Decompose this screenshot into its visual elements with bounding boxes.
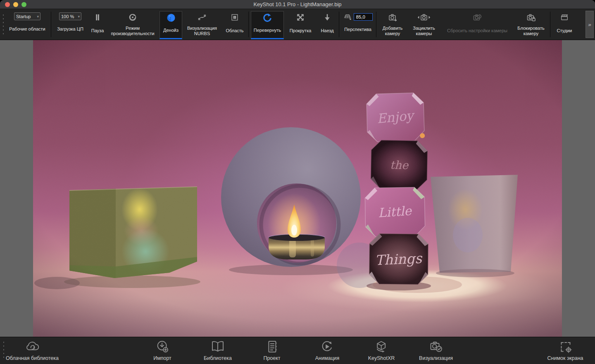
studios-label: Студии [557,24,572,39]
denoise-button[interactable]: Денойз [159,11,182,39]
flip-arc-icon [262,12,272,24]
import-circle-plus-icon [155,339,170,354]
lock-camera-label: Блокировать камеру [514,24,548,39]
toolbar-overflow-button[interactable] [585,11,594,38]
flip-label: Перевернуть [254,24,281,38]
cpu-usage-label: Загрузка ЦП [57,20,83,39]
cpu-usage-value: 100 % [61,14,74,19]
cpu-usage-dropdown[interactable]: 100 % [59,12,81,20]
screenshot-button[interactable]: Снимок экрана [547,339,583,361]
pan-label: Прокрутка [290,24,312,39]
perspective-group[interactable]: Перспектива [340,11,375,39]
performance-mode-button[interactable]: Режим производительности [107,11,159,39]
denoise-label: Денойз [163,24,178,38]
bottom-toolbar: Облачная библиотека Импорт Библиотек [0,337,595,364]
keyshot-window: KeyShot 10.1 Pro - LightManager.bip Star… [0,0,595,364]
toolbar-separator [51,12,51,37]
reset-camera-button[interactable]: Сбросить настройки камеры [440,11,514,39]
film-grain-overlay [33,40,562,337]
realtime-viewport: Enjoy the Little [0,40,595,337]
notepad-lines-icon [264,339,280,354]
camera-add-icon [388,11,397,24]
animation-label: Анимация [315,355,340,361]
denoise-icon [166,12,176,24]
camera-cycle-icon [417,11,431,24]
import-button[interactable]: Импорт [153,339,171,361]
region-button[interactable]: Область [222,11,248,39]
render-label: Визуализация [419,355,453,361]
bottom-toolbar-drag-handle-icon[interactable] [3,340,5,360]
render-button[interactable]: Визуализация [419,339,453,361]
pause-button[interactable]: Пауза [88,11,107,39]
workspace-dropdown[interactable]: Startup [14,12,40,20]
cpu-usage-group[interactable]: 100 % Загрузка ЦП [53,11,88,39]
keyshotxr-label: KeyShotXR [368,355,395,361]
frame-crosshair-icon [557,339,573,354]
camera-check-icon [428,339,444,354]
cube-orbit-icon [374,339,389,354]
import-label: Импорт [153,355,171,361]
open-book-icon [210,339,226,354]
flip-button[interactable]: Перевернуть [251,11,284,39]
keyshotxr-button[interactable]: KeyShotXR [368,339,395,361]
workspace-group[interactable]: Startup Рабочие области [6,11,49,39]
project-label: Проект [263,355,280,361]
performance-mode-label: Режим производительности [107,24,159,39]
performance-aperture-icon [128,11,137,24]
cloud-library-label: Облачная библиотека [6,355,59,361]
perspective-label: Перспектива [344,21,371,39]
pan-arrows-icon [296,11,305,24]
nurbs-label: Визуализация NURBS [182,24,222,39]
clapperboard-icon [560,11,569,24]
titlebar: KeyShot 10.1 Pro - LightManager.bip [0,0,595,9]
dolly-button[interactable]: Наезд [317,11,338,39]
nurbs-button[interactable]: Визуализация NURBS [182,11,222,39]
perspective-grid-icon [343,13,352,21]
pan-button[interactable]: Прокрутка [284,11,317,39]
pause-label: Пауза [91,24,104,39]
lock-camera-button[interactable]: Блокировать камеру [514,11,548,39]
toolbar-drag-handle-icon[interactable] [2,13,4,36]
toolbar-separator [248,12,249,37]
main-toolbar: Startup Рабочие области 100 % Загрузка Ц… [0,9,595,40]
add-camera-button[interactable]: Добавить камеру [378,11,407,39]
cloud-library-button[interactable]: Облачная библиотека [6,339,59,361]
render-image[interactable]: Enjoy the Little [33,40,562,337]
add-camera-label: Добавить камеру [378,24,407,39]
reset-camera-label: Сбросить настройки камеры [447,24,507,39]
library-label: Библиотека [204,355,232,361]
nurbs-curve-icon [198,11,207,24]
studios-button[interactable]: Студии [552,11,576,39]
perspective-input[interactable] [354,13,373,21]
toolbar-separator [550,12,550,37]
camera-lock-icon [526,11,536,24]
animation-button[interactable]: Анимация [315,339,340,361]
project-button[interactable]: Проект [263,339,280,361]
dolly-label: Наезд [321,24,333,39]
pause-icon [93,11,102,24]
workspace-label: Рабочие области [9,20,45,39]
screenshot-label: Снимок экрана [547,355,583,361]
toolbar-separator [339,12,339,37]
region-square-icon [230,11,239,24]
cycle-cameras-label: Зациклить камеры [407,24,440,39]
window-title: KeyShot 10.1 Pro - LightManager.bip [0,1,595,7]
library-button[interactable]: Библиотека [204,339,232,361]
loop-play-icon [319,339,335,354]
dolly-arrow-icon [323,11,332,24]
workspace-value: Startup [16,14,31,19]
cycle-cameras-button[interactable]: Зациклить камеры [407,11,440,39]
camera-reset-icon [472,11,482,24]
cloud-swirl-icon [24,339,40,354]
toolbar-separator [376,12,376,37]
region-label: Область [226,24,243,39]
